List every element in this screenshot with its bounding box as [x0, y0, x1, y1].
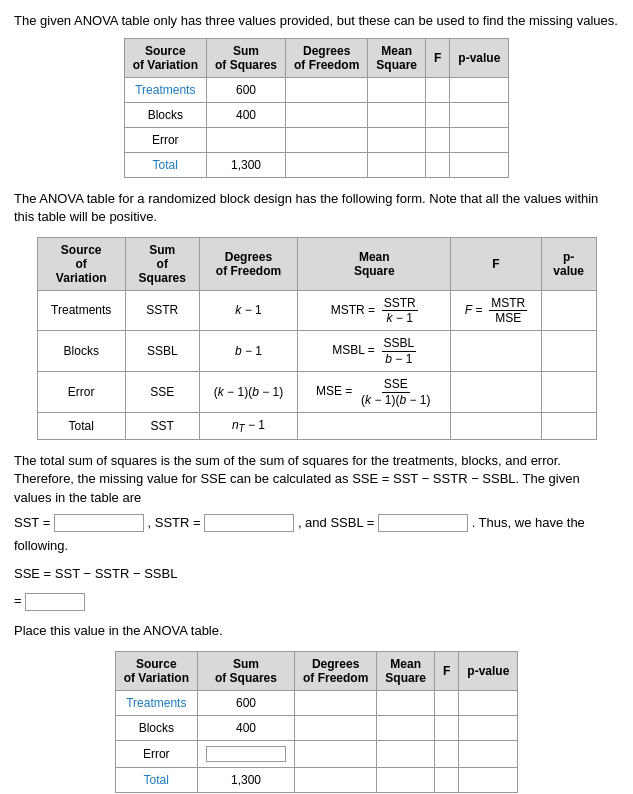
source-cell: Total	[124, 153, 206, 178]
table-row: Total 1,300	[124, 153, 509, 178]
source-cell: Blocks	[37, 331, 125, 372]
f-cell	[426, 128, 450, 153]
source-cell: Total	[37, 412, 125, 439]
col-p: p-value	[450, 39, 509, 78]
ss-cell: 600	[197, 690, 294, 715]
equals-label: =	[14, 593, 22, 608]
p-cell	[541, 331, 596, 372]
sse-paragraph: The total sum of squares is the sum of t…	[14, 452, 619, 507]
block-intro-text: The ANOVA table for a randomized block d…	[14, 190, 619, 226]
p-cell	[450, 153, 509, 178]
sse-formula: SSE = SST − SSTR − SSBL	[14, 562, 619, 585]
f-cell	[426, 153, 450, 178]
table-row: Blocks 400	[124, 103, 509, 128]
source-cell: Error	[115, 740, 197, 767]
p-cell	[459, 767, 518, 792]
mstr-fraction: SSTR k − 1	[382, 296, 418, 326]
ss-input-cell[interactable]	[197, 740, 294, 767]
p-cell	[450, 103, 509, 128]
table-row: Blocks SSBL b − 1 MSBL = SSBL b − 1	[37, 331, 596, 372]
p-cell	[459, 690, 518, 715]
f-fraction: MSTR MSE	[489, 296, 527, 326]
table-row: Error	[124, 128, 509, 153]
source-cell: Error	[37, 372, 125, 413]
table-row: Treatments SSTR k − 1 MSTR = SSTR k − 1 …	[37, 290, 596, 331]
df-cell	[294, 690, 376, 715]
intro-text: The given ANOVA table only has three val…	[14, 12, 619, 30]
col-ms: MeanSquare	[368, 39, 426, 78]
ss-cell: 1,300	[206, 153, 285, 178]
p-cell	[459, 740, 518, 767]
table-row: Blocks 400	[115, 715, 518, 740]
table-row: Error SSE (k − 1)(b − 1) MSE = SSE (k − …	[37, 372, 596, 413]
col-source: Sourceof Variation	[115, 651, 197, 690]
ssbl-label: , and SSBL =	[298, 515, 375, 530]
sst-label: SST =	[14, 515, 50, 530]
table-row: Treatments 600	[115, 690, 518, 715]
sse-result-input[interactable]	[25, 593, 85, 611]
f-cell	[435, 715, 459, 740]
table2: SourceofVariation SumofSquares Degreesof…	[37, 237, 597, 441]
col-p: p-value	[459, 651, 518, 690]
col-f: F	[451, 237, 542, 290]
f-cell	[435, 767, 459, 792]
place-text: Place this value in the ANOVA table.	[14, 622, 619, 640]
sse-result-line: =	[14, 589, 619, 612]
ms-cell	[377, 740, 435, 767]
ss-cell: 1,300	[197, 767, 294, 792]
sstr-label: , SSTR =	[148, 515, 201, 530]
ms-cell	[377, 767, 435, 792]
source-cell: Total	[115, 767, 197, 792]
col-ss: Sumof Squares	[206, 39, 285, 78]
p-cell	[450, 78, 509, 103]
f-cell	[451, 331, 542, 372]
sse-inputs-line: SST = , SSTR = , and SSBL = . Thus, we h…	[14, 511, 619, 558]
f-cell	[435, 740, 459, 767]
table-row: Treatments 600	[124, 78, 509, 103]
df-cell: nT − 1	[199, 412, 298, 439]
mse-fraction: SSE (k − 1)(b − 1)	[359, 377, 432, 407]
f-cell	[426, 78, 450, 103]
df-cell	[285, 78, 367, 103]
table-row: Error	[115, 740, 518, 767]
f-cell: F = MSTR MSE	[451, 290, 542, 331]
col-ss: SumofSquares	[125, 237, 199, 290]
sst-input[interactable]	[54, 514, 144, 532]
ms-cell	[377, 715, 435, 740]
ss-cell: 400	[206, 103, 285, 128]
sse-formula-line1: SSE = SST − SSTR − SSBL	[14, 566, 177, 581]
ms-cell: MSBL = SSBL b − 1	[298, 331, 451, 372]
df-cell: b − 1	[199, 331, 298, 372]
col-source: SourceofVariation	[37, 237, 125, 290]
col-p: p-value	[541, 237, 596, 290]
col-source: Sourceof Variation	[124, 39, 206, 78]
f-cell	[451, 372, 542, 413]
col-ss: Sumof Squares	[197, 651, 294, 690]
ss-cell: SSE	[125, 372, 199, 413]
col-df: Degreesof Freedom	[285, 39, 367, 78]
source-cell: Treatments	[37, 290, 125, 331]
ssbl-input[interactable]	[378, 514, 468, 532]
f-cell	[426, 103, 450, 128]
df-cell: k − 1	[199, 290, 298, 331]
ss-cell	[206, 128, 285, 153]
ms-cell: MSTR = SSTR k − 1	[298, 290, 451, 331]
ms-cell	[377, 690, 435, 715]
p-cell	[459, 715, 518, 740]
p-cell	[450, 128, 509, 153]
ms-cell	[368, 78, 426, 103]
table1: Sourceof Variation Sumof Squares Degrees…	[124, 38, 510, 178]
table-row: Total 1,300	[115, 767, 518, 792]
error-ss-input[interactable]	[206, 746, 286, 762]
df-cell	[285, 103, 367, 128]
col-ms: MeanSquare	[377, 651, 435, 690]
p-cell	[541, 372, 596, 413]
ms-cell: MSE = SSE (k − 1)(b − 1)	[298, 372, 451, 413]
ms-cell	[368, 153, 426, 178]
source-cell: Treatments	[115, 690, 197, 715]
ss-cell: SSBL	[125, 331, 199, 372]
df-cell: (k − 1)(b − 1)	[199, 372, 298, 413]
ms-cell	[368, 128, 426, 153]
col-ms: MeanSquare	[298, 237, 451, 290]
sstr-input[interactable]	[204, 514, 294, 532]
